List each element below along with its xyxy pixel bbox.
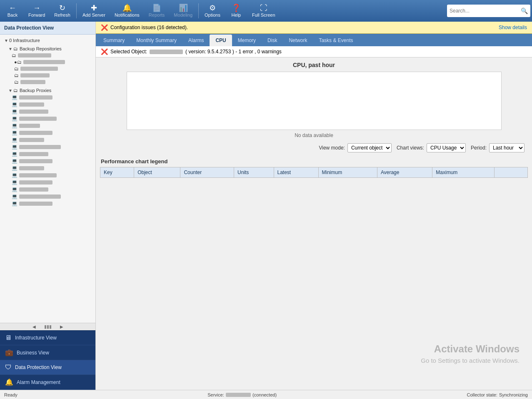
- main-layout: Data Protection View ▼ 0 Infrastructure …: [0, 22, 532, 390]
- proxy-icon-1: 💻: [12, 95, 17, 100]
- repo-item-5[interactable]: 🗂: [11, 79, 92, 85]
- proxy-item-2[interactable]: 💻: [11, 101, 92, 108]
- show-details-link[interactable]: Show details: [499, 25, 527, 30]
- tab-memory[interactable]: Memory: [232, 35, 262, 46]
- back-button[interactable]: ← Back: [2, 1, 23, 20]
- help-button[interactable]: ❓ Help: [225, 1, 247, 20]
- data-protection-view-icon: 🛡: [5, 364, 12, 371]
- tab-network[interactable]: Network: [283, 35, 313, 46]
- tab-disk[interactable]: Disk: [262, 35, 283, 46]
- repo-name-3: [20, 67, 58, 71]
- add-server-label: Add Server: [82, 12, 105, 17]
- tree-repos-header[interactable]: ▼ 🗂 Backup Repositories: [3, 45, 92, 52]
- view-mode-select[interactable]: Current object: [347, 143, 392, 152]
- options-icon: ⚙: [209, 4, 216, 12]
- status-bar: Ready Service: (connected) Collector sta…: [0, 390, 532, 399]
- repo-name-5: [20, 80, 45, 84]
- notifications-button[interactable]: 🔔 Notifications: [110, 1, 144, 20]
- notifications-icon: 🔔: [122, 4, 132, 12]
- proxy-item-5[interactable]: 💻: [11, 122, 92, 129]
- proxy-item-14[interactable]: 💻: [11, 186, 92, 193]
- proxy-item-4[interactable]: 💻: [11, 115, 92, 122]
- chart-controls: View mode: Current object Chart views: C…: [100, 143, 528, 152]
- proxy-item-6[interactable]: 💻: [11, 129, 92, 136]
- infrastructure-view-icon: 🖥: [5, 334, 12, 342]
- proxy-item-10[interactable]: 💻: [11, 157, 92, 165]
- options-button[interactable]: ⚙ Options: [200, 1, 225, 20]
- status-ready: Ready: [4, 392, 17, 397]
- proxy-name-10: [19, 159, 52, 163]
- proxy-item-13[interactable]: 💻: [11, 179, 92, 186]
- bottom-nav: 🖥 Infrastructure View 💼 Business View 🛡 …: [0, 330, 95, 390]
- forward-button[interactable]: → Forward: [24, 1, 49, 20]
- proxy-item-8[interactable]: 💻: [11, 143, 92, 150]
- status-service-value: (connected): [252, 392, 277, 397]
- tree-proxies-header[interactable]: ▼ 🗂 Backup Proxies: [3, 87, 92, 94]
- search-input[interactable]: [450, 8, 519, 14]
- add-server-button[interactable]: ✚ Add Server: [78, 1, 110, 20]
- search-icon: 🔍: [521, 7, 528, 14]
- repo-item-1[interactable]: 🗂: [11, 52, 92, 59]
- col-minimum: Minimum: [318, 167, 377, 178]
- reports-icon: 📄: [152, 4, 161, 12]
- tab-cpu[interactable]: CPU: [210, 35, 232, 46]
- proxy-name-2: [19, 102, 44, 107]
- nav-data-protection-view[interactable]: 🛡 Data Protection View: [0, 360, 95, 375]
- tab-summary[interactable]: Summary: [97, 35, 130, 46]
- proxy-item-3[interactable]: 💻: [11, 108, 92, 115]
- proxy-name-5: [19, 124, 40, 128]
- col-maximum: Maximum: [432, 167, 495, 178]
- scroll-handle[interactable]: ▮▮▮: [44, 324, 52, 329]
- scroll-left-btn[interactable]: ◀: [32, 324, 36, 329]
- proxy-name-6: [19, 131, 52, 135]
- tab-tasks-events[interactable]: Tasks & Events: [313, 35, 359, 46]
- period-select[interactable]: Last hour Last day Last week: [489, 143, 525, 152]
- object-error-icon: ❌: [101, 48, 108, 55]
- proxy-icon-8: 💻: [12, 144, 17, 150]
- back-label: Back: [7, 12, 17, 17]
- refresh-button[interactable]: ↻ Refresh: [50, 1, 75, 20]
- proxies-children: 💻 💻 💻 💻: [3, 94, 92, 207]
- proxies-folder-icon: 🗂: [13, 88, 18, 93]
- proxy-item-12[interactable]: 💻: [11, 172, 92, 179]
- proxy-item-16[interactable]: 💻: [11, 200, 92, 207]
- config-warning-text: Configuration issues (16 detected).: [110, 25, 188, 30]
- fullscreen-label: Full Screen: [252, 12, 275, 17]
- chart-views-select[interactable]: CPU Usage: [427, 143, 466, 152]
- cpu-chart-title: CPU, past hour: [100, 62, 528, 68]
- tab-monthly-summary[interactable]: Monthly Summary: [130, 35, 182, 46]
- refresh-icon: ↻: [59, 4, 65, 12]
- proxy-icon-5: 💻: [12, 123, 17, 128]
- proxy-icon-7: 💻: [12, 137, 17, 142]
- alarm-management-label: Alarm Management: [17, 379, 60, 385]
- repo-item-3[interactable]: 🗂: [11, 65, 92, 72]
- col-actions: [495, 167, 528, 178]
- nav-infrastructure-view[interactable]: 🖥 Infrastructure View: [0, 331, 95, 345]
- nav-alarm-management[interactable]: 🔔 Alarm Management: [0, 375, 95, 390]
- proxy-icon-14: 💻: [12, 187, 17, 192]
- period-group: Period: Last hour Last day Last week: [471, 143, 525, 152]
- chart-views-group: Chart views: CPU Usage: [397, 143, 466, 152]
- proxy-item-1[interactable]: 💻: [11, 94, 92, 101]
- proxy-item-9[interactable]: 💻: [11, 150, 92, 157]
- sidebar-scroll-area: ◀ ▮▮▮ ▶: [0, 323, 95, 330]
- repo-name-4: [20, 73, 50, 77]
- reports-button[interactable]: 📄 Reports: [145, 1, 169, 20]
- tab-alarms[interactable]: Alarms: [182, 35, 210, 46]
- proxy-item-11[interactable]: 💻: [11, 165, 92, 172]
- fullscreen-button[interactable]: ⛶ Full Screen: [248, 1, 280, 20]
- nav-business-view[interactable]: 💼 Business View: [0, 345, 95, 360]
- modeling-button[interactable]: 📊 Modeling: [170, 1, 197, 20]
- back-icon: ←: [9, 4, 16, 12]
- scroll-right-btn[interactable]: ▶: [60, 324, 63, 329]
- tree-section-infrastructure: ▼ 0 Infrastructure: [0, 36, 95, 45]
- forward-label: Forward: [28, 12, 45, 17]
- repo-icon-3: 🗂: [14, 66, 19, 71]
- proxy-item-15[interactable]: 💻: [11, 193, 92, 200]
- tree-infrastructure[interactable]: ▼ 0 Infrastructure: [3, 37, 92, 44]
- repo-item-4[interactable]: 🗂: [11, 72, 92, 79]
- proxy-item-7[interactable]: 💻: [11, 136, 92, 143]
- repo-item-2[interactable]: ● 🗂: [11, 59, 92, 65]
- watermark-line2: Go to Settings to activate Windows.: [421, 356, 520, 365]
- proxy-name-4: [19, 117, 57, 121]
